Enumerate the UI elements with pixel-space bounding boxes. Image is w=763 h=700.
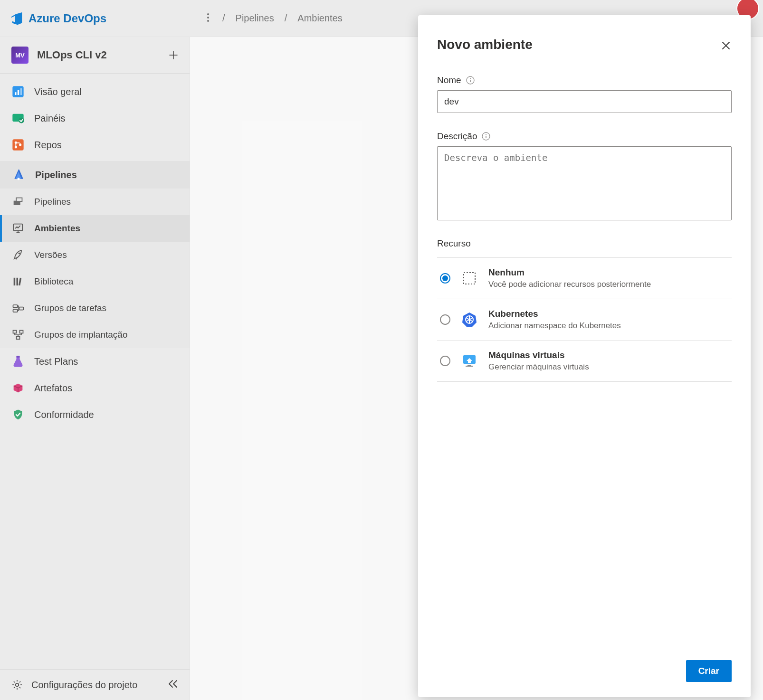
svg-rect-39: [486, 136, 487, 138]
name-field: Nome: [437, 75, 732, 113]
name-input[interactable]: [437, 90, 732, 113]
name-label: Nome: [437, 75, 461, 85]
svg-rect-48: [466, 366, 473, 367]
svg-rect-47: [467, 365, 471, 366]
resource-option-none[interactable]: Nenhum Você pode adicionar recursos post…: [437, 257, 732, 299]
resource-label: Recurso: [437, 238, 732, 249]
resource-desc: Gerenciar máquinas virtuais: [488, 362, 589, 372]
resource-title: Nenhum: [488, 267, 651, 278]
resource-desc: Você pode adicionar recursos posteriorme…: [488, 280, 651, 289]
new-environment-panel: Novo ambiente Nome Descrição Recurso: [418, 15, 751, 697]
info-icon[interactable]: [482, 132, 490, 141]
resource-option-vm[interactable]: Máquinas virtuais Gerenciar máquinas vir…: [437, 341, 732, 382]
svg-rect-36: [470, 80, 471, 82]
resource-title: Kubernetes: [488, 309, 621, 319]
create-button[interactable]: Criar: [686, 660, 732, 682]
close-icon[interactable]: [720, 40, 732, 51]
description-input[interactable]: [437, 146, 732, 220]
radio-icon[interactable]: [440, 314, 450, 325]
info-icon[interactable]: [466, 76, 475, 85]
none-resource-icon: [461, 270, 478, 287]
radio-icon[interactable]: [440, 273, 450, 284]
description-label: Descrição: [437, 131, 477, 142]
radio-icon[interactable]: [440, 356, 450, 366]
svg-rect-40: [464, 273, 475, 284]
resource-section: Recurso Nenhum Você pode adicionar recur…: [437, 238, 732, 382]
resource-title: Máquinas virtuais: [488, 350, 589, 360]
vm-icon: [461, 352, 478, 369]
panel-title: Novo ambiente: [437, 37, 533, 52]
resource-desc: Adicionar namespace do Kubernetes: [488, 321, 621, 331]
svg-point-35: [470, 78, 471, 79]
svg-point-38: [486, 134, 486, 135]
resource-option-kubernetes[interactable]: Kubernetes Adicionar namespace do Kubern…: [437, 299, 732, 341]
kubernetes-icon: [461, 311, 478, 328]
description-field: Descrição: [437, 131, 732, 222]
